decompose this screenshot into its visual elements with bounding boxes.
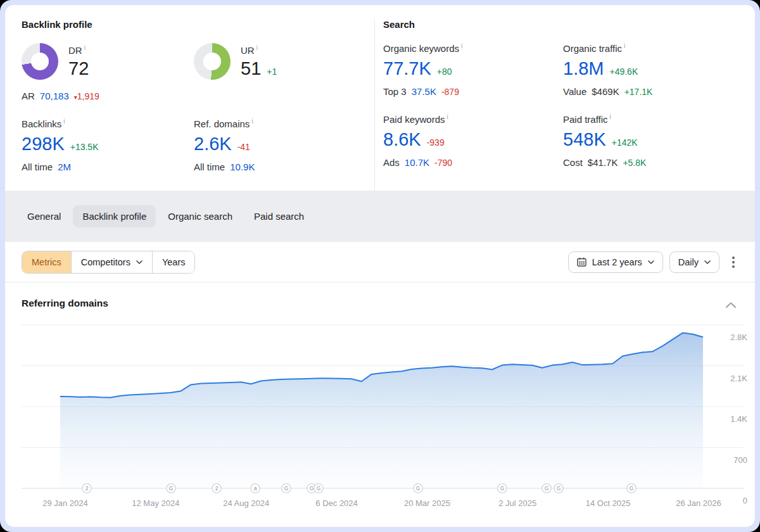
event-marker-badge[interactable]: G <box>414 484 422 493</box>
paid-keywords-value-link[interactable]: 8.6K <box>383 129 421 150</box>
referring-domains-section: Referring domains 2G2aGGGGGGGG2.8K2.1K1.… <box>5 282 755 524</box>
competitors-dropdown[interactable]: Competitors <box>71 251 152 273</box>
value-amount: $469K <box>592 86 619 97</box>
info-icon[interactable]: i <box>610 113 611 120</box>
ar-label: AR <box>22 91 35 101</box>
backlinks-value-link[interactable]: 298K <box>22 134 65 155</box>
info-icon[interactable]: i <box>461 42 462 49</box>
tab-organic-search[interactable]: Organic search <box>158 205 242 227</box>
chevron-down-icon <box>704 260 711 264</box>
ref-domains-label: Ref. domainsi <box>194 118 374 130</box>
organic-traffic-value-link[interactable]: 1.8M <box>563 58 604 79</box>
granularity-dropdown[interactable]: Daily <box>669 251 719 273</box>
backlinks-subrow: All time 2M <box>22 162 194 172</box>
ads-delta: -790 <box>434 158 452 168</box>
app-screen: Backlink profile DRi 72 AR 70,183 ▾1,919 <box>0 0 760 532</box>
info-icon[interactable]: i <box>447 113 448 120</box>
section-tabs: General Backlink profile Organic search … <box>5 191 755 242</box>
date-range-dropdown[interactable]: Last 2 years <box>568 251 663 273</box>
organic-traffic-label: Organic traffici <box>563 42 755 55</box>
ads-label: Ads <box>383 157 400 168</box>
area-chart-plot[interactable]: 2G2aGGGGGGGG2.8K2.1K1.4K700029 Jan 20241… <box>22 325 749 488</box>
chevron-up-icon <box>726 302 736 308</box>
event-marker-badge[interactable]: G <box>542 484 551 493</box>
event-marker-badge[interactable]: G <box>554 484 563 493</box>
ref-domains-metric: Ref. domainsi 2.6K-41 All time 10.9K <box>194 118 374 172</box>
years-button[interactable]: Years <box>152 251 195 273</box>
search-title: Search <box>383 19 755 30</box>
svg-text:G: G <box>310 485 314 491</box>
organic-keywords-delta: +80 <box>437 66 452 77</box>
organic-keywords-metric: Organic keywordsi 77.7K+80 Top 3 37.5K -… <box>383 42 563 97</box>
collapse-section-button[interactable] <box>723 296 738 313</box>
event-marker-badge[interactable]: G <box>627 484 636 493</box>
info-icon[interactable]: i <box>84 44 86 51</box>
organic-keywords-label: Organic keywordsi <box>383 42 563 55</box>
ur-donut-gauge <box>194 43 231 80</box>
organic-keywords-value-link[interactable]: 77.7K <box>383 58 431 79</box>
alltime-label: All time <box>22 162 53 172</box>
paid-keywords-delta: -939 <box>427 137 445 148</box>
ar-value-link[interactable]: 70,183 <box>40 91 69 101</box>
cost-amount: $41.7K <box>588 157 618 168</box>
stats-panel: Backlink profile DRi 72 AR 70,183 ▾1,919 <box>5 5 755 191</box>
more-options-kebab-button[interactable] <box>726 253 741 272</box>
ads-value-link[interactable]: 10.7K <box>405 157 429 168</box>
x-axis-tick-label: 12 May 2024 <box>111 498 200 508</box>
info-icon[interactable]: i <box>63 118 65 125</box>
tab-paid-search[interactable]: Paid search <box>244 205 314 227</box>
paid-keywords-metric: Paid keywordsi 8.6K-939 Ads 10.7K -790 <box>383 113 563 168</box>
calendar-icon <box>577 257 586 267</box>
dr-label: DRi <box>68 44 89 57</box>
event-marker-badge[interactable]: G <box>314 484 323 493</box>
event-marker-badge[interactable]: G <box>498 484 507 493</box>
ref-domains-delta: -41 <box>238 142 250 152</box>
paid-traffic-metric: Paid traffici 548K+142K Cost $41.7K +5.8… <box>563 113 755 168</box>
y-axis-tick-label: 2.8K <box>709 332 747 343</box>
ref-domains-value-link[interactable]: 2.6K <box>194 134 232 155</box>
search-panel: Search Organic keywordsi 77.7K+80 Top 3 … <box>374 19 755 191</box>
view-segmented-control: Metrics Competitors Years <box>22 251 195 274</box>
info-icon[interactable]: i <box>256 44 258 51</box>
paid-traffic-value-link[interactable]: 548K <box>563 129 606 150</box>
info-icon[interactable]: i <box>251 118 253 125</box>
overview-card: Backlink profile DRi 72 AR 70,183 ▾1,919 <box>5 5 755 527</box>
backlinks-metric: Backlinksi 298K+13.5K All time 2M <box>22 118 194 172</box>
dr-donut-gauge <box>22 43 58 80</box>
svg-text:G: G <box>169 485 174 491</box>
info-icon[interactable]: i <box>624 42 625 49</box>
paid-traffic-subrow: Cost $41.7K +5.8K <box>563 157 755 168</box>
alltime-value-link[interactable]: 10.9K <box>230 162 255 172</box>
y-axis-tick-label: 700 <box>709 455 747 466</box>
organic-keywords-subrow: Top 3 37.5K -879 <box>383 86 563 97</box>
dr-value: 72 <box>68 58 89 79</box>
event-marker-badge[interactable]: G <box>167 484 175 493</box>
event-marker-badge[interactable]: a <box>251 484 260 493</box>
alltime-value-link[interactable]: 2M <box>58 162 71 172</box>
svg-text:G: G <box>500 485 505 491</box>
paid-traffic-label: Paid traffici <box>563 113 755 126</box>
ur-label: URi <box>241 44 277 57</box>
tab-general[interactable]: General <box>18 205 70 227</box>
dr-metric: DRi 72 AR 70,183 ▾1,919 <box>22 42 194 101</box>
cost-label: Cost <box>563 157 583 168</box>
backlink-profile-title: Backlink profile <box>22 19 374 30</box>
svg-text:G: G <box>545 485 549 491</box>
top3-value-link[interactable]: 37.5K <box>412 86 436 97</box>
x-axis-tick-label: 20 Mar 2025 <box>383 498 471 508</box>
x-axis-tick-label: 24 Aug 2024 <box>202 498 291 508</box>
ar-delta: ▾1,919 <box>74 91 99 101</box>
svg-text:G: G <box>416 485 421 491</box>
svg-text:G: G <box>317 485 321 491</box>
ur-value: 51 <box>241 58 261 79</box>
tab-backlink-profile[interactable]: Backlink profile <box>73 205 156 227</box>
y-axis-tick-label: 2.1K <box>709 374 747 384</box>
event-marker-badge[interactable]: 2 <box>82 484 91 493</box>
event-marker-badge[interactable]: 2 <box>212 484 221 493</box>
x-axis-tick-label: 14 Oct 2025 <box>564 498 652 508</box>
organic-traffic-delta: +49.6K <box>609 66 638 77</box>
event-marker-badge[interactable]: G <box>282 484 291 493</box>
metrics-button[interactable]: Metrics <box>22 251 71 273</box>
paid-keywords-subrow: Ads 10.7K -790 <box>383 157 563 168</box>
backlink-profile-panel: Backlink profile DRi 72 AR 70,183 ▾1,919 <box>22 19 374 191</box>
